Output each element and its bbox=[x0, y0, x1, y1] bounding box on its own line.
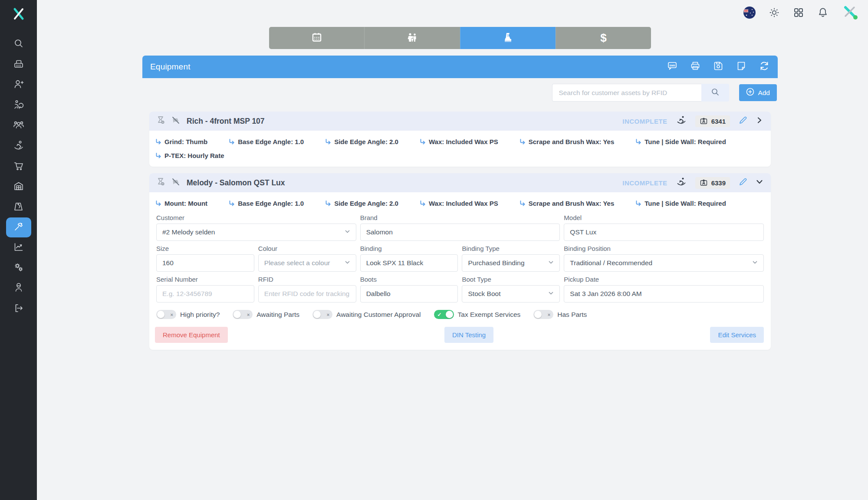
search-input[interactable] bbox=[552, 84, 701, 102]
boot-type-select[interactable]: Stock Boot bbox=[462, 285, 560, 303]
toggle-off-switch: × bbox=[312, 310, 332, 319]
chevron-down-icon[interactable] bbox=[756, 178, 763, 187]
size-label: Size bbox=[156, 245, 254, 252]
card-header[interactable]: Rich - 4front MSP 107 INCOMPLETE 6341 bbox=[149, 112, 771, 131]
sidebar-item-logout[interactable] bbox=[6, 299, 31, 319]
service-tag: Side Edge Angle: 2.0 bbox=[325, 138, 398, 145]
register-icon bbox=[13, 58, 24, 71]
add-button-label: Add bbox=[758, 89, 770, 97]
brightness-icon[interactable] bbox=[768, 7, 780, 20]
toggle-off-switch: × bbox=[156, 310, 176, 319]
apps-grid-icon[interactable] bbox=[792, 7, 805, 20]
tab-calendar[interactable] bbox=[269, 27, 364, 49]
edit-pencil-icon[interactable] bbox=[739, 178, 747, 188]
pending-hourglass-icon bbox=[156, 115, 166, 127]
tab-workshop[interactable] bbox=[460, 27, 556, 49]
brand-input[interactable] bbox=[360, 224, 560, 241]
service-tags: Grind: Thumb Base Edge Angle: 1.0 Side E… bbox=[149, 131, 771, 167]
skier-icon bbox=[676, 115, 687, 127]
search-row: Add bbox=[142, 84, 778, 102]
rfid-label: RFID bbox=[258, 276, 356, 283]
settings-gears-icon bbox=[13, 262, 24, 275]
card-header[interactable]: Melody - Salomon QST Lux INCOMPLETE 6339 bbox=[149, 173, 771, 192]
sidebar-item-rentals[interactable] bbox=[6, 95, 31, 115]
binding-input[interactable] bbox=[360, 254, 458, 272]
staff-icon bbox=[13, 282, 24, 295]
service-tag: Base Edge Angle: 1.0 bbox=[228, 138, 304, 145]
toggle-label: High priority? bbox=[180, 311, 220, 319]
sidebar-item-workshop[interactable] bbox=[6, 217, 31, 237]
tab-customers[interactable] bbox=[364, 27, 460, 49]
serial-number-label: Serial Number bbox=[156, 276, 254, 283]
edit-services-button[interactable]: Edit Services bbox=[710, 327, 764, 343]
notifications-off-icon bbox=[171, 115, 181, 127]
refresh-icon[interactable] bbox=[759, 60, 770, 73]
sidebar-item-customers[interactable] bbox=[6, 115, 31, 136]
sidebar-item-add-customer[interactable] bbox=[6, 75, 31, 95]
equipment-header-bar: Equipment SMS bbox=[142, 56, 778, 78]
din-testing-button[interactable]: DIN Testing bbox=[444, 327, 493, 343]
sidebar-item-bootfitting[interactable] bbox=[6, 197, 31, 217]
customer-select[interactable]: #2 Melody selden bbox=[156, 224, 356, 241]
note-icon[interactable] bbox=[736, 60, 747, 73]
model-input[interactable] bbox=[564, 224, 764, 241]
chevron-right-icon[interactable] bbox=[756, 117, 763, 125]
toggle-label: Awaiting Parts bbox=[256, 311, 299, 319]
binding-position-select[interactable]: Traditional / Recommended bbox=[564, 254, 764, 272]
edit-pencil-icon[interactable] bbox=[739, 116, 747, 126]
save-icon[interactable] bbox=[713, 60, 724, 73]
notifications-off-icon bbox=[171, 177, 181, 188]
x-logo[interactable] bbox=[11, 5, 26, 23]
service-tag: Tune | Side Wall: Required bbox=[635, 200, 726, 207]
service-tag: Scrape and Brush Wax: Yes bbox=[519, 200, 615, 207]
size-input[interactable] bbox=[156, 254, 254, 272]
x-logo-status[interactable] bbox=[841, 4, 858, 23]
boots-input[interactable] bbox=[360, 285, 458, 303]
equipment-form: Customer #2 Melody selden Brand Model Si… bbox=[156, 210, 764, 303]
sidebar-item-settings[interactable] bbox=[6, 258, 31, 278]
search-icon bbox=[13, 38, 24, 51]
sms-icon[interactable]: SMS bbox=[667, 60, 678, 73]
chevron-down-icon bbox=[752, 259, 758, 267]
cart-icon bbox=[13, 160, 24, 173]
sidebar-item-shop[interactable] bbox=[6, 156, 31, 177]
toggle-label: Tax Exempt Services bbox=[458, 311, 521, 319]
add-button[interactable]: Add bbox=[739, 84, 777, 101]
binding-type-select[interactable]: Purchased Binding bbox=[462, 254, 560, 272]
toggle-off-switch: × bbox=[233, 310, 253, 319]
print-icon[interactable] bbox=[690, 60, 701, 73]
tax-exempt-services-toggle[interactable]: ✓ Tax Exempt Services bbox=[434, 310, 521, 319]
toggle-off-switch: × bbox=[533, 310, 553, 319]
search-button[interactable] bbox=[701, 84, 729, 102]
toggle-row: × High priority? × Awaiting Parts × Awai… bbox=[156, 310, 764, 319]
sidebar-item-storage[interactable] bbox=[6, 177, 31, 197]
sidebar-item-staff[interactable] bbox=[6, 278, 31, 299]
sidebar-item-search[interactable] bbox=[6, 34, 31, 54]
remove-equipment-button[interactable]: Remove Equipment bbox=[155, 327, 228, 343]
tab-payments[interactable]: $ bbox=[556, 27, 651, 49]
sidebar-item-lessons[interactable] bbox=[6, 136, 31, 156]
rfid-input[interactable] bbox=[258, 285, 356, 303]
storage-warehouse-icon bbox=[13, 181, 24, 194]
notifications-bell-icon[interactable] bbox=[817, 7, 829, 20]
sidebar-item-reports[interactable] bbox=[6, 237, 31, 258]
equipment-card-melody: Melody - Salomon QST Lux INCOMPLETE 6339… bbox=[149, 173, 771, 350]
pickup-date-input[interactable] bbox=[564, 285, 764, 303]
dollar-icon: $ bbox=[600, 31, 606, 45]
lessons-snowboarder-icon bbox=[13, 140, 24, 153]
service-tag: Mount: Mount bbox=[155, 200, 207, 207]
status-badge: INCOMPLETE bbox=[622, 179, 667, 187]
module-tabs: $ bbox=[269, 27, 651, 49]
serial-number-input[interactable] bbox=[156, 285, 254, 303]
colour-select[interactable]: Please select a colour bbox=[258, 254, 356, 272]
asset-id-badge: 6341 bbox=[695, 115, 730, 127]
high-priority-toggle[interactable]: × High priority? bbox=[156, 310, 220, 319]
pending-hourglass-icon bbox=[156, 177, 166, 188]
australia-flag-icon[interactable] bbox=[743, 6, 756, 21]
awaiting-parts-toggle[interactable]: × Awaiting Parts bbox=[233, 310, 299, 319]
sidebar-item-register[interactable] bbox=[6, 54, 31, 75]
reports-chart-icon bbox=[13, 241, 24, 254]
has-parts-toggle[interactable]: × Has Parts bbox=[533, 310, 587, 319]
model-label: Model bbox=[564, 214, 764, 221]
awaiting-customer-approval-toggle[interactable]: × Awaiting Customer Approval bbox=[312, 310, 421, 319]
